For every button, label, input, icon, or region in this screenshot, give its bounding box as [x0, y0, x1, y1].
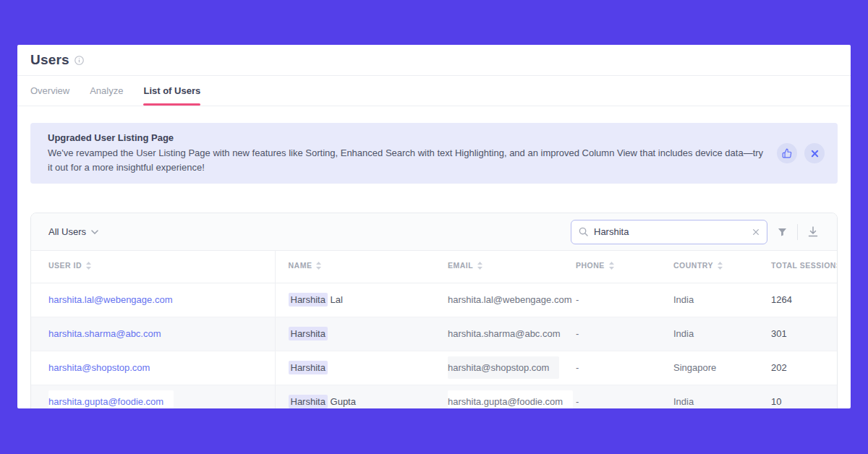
user-id-link[interactable]: harshita.lal@webengage.com [48, 294, 172, 305]
column-header-user-id[interactable]: USER ID [31, 251, 275, 283]
total-sessions-cell: 1264 [771, 283, 837, 317]
email-cell: harshita.sharma@abc.com [434, 317, 576, 351]
column-header-country[interactable]: COUNTRY [673, 251, 771, 283]
total-sessions-cell: 202 [771, 351, 837, 385]
tab-overview-label: Overview [30, 85, 69, 96]
users-table-panel: All Users [30, 213, 838, 408]
sort-icon [315, 261, 322, 272]
table-toolbar: All Users [31, 213, 837, 251]
chevron-down-icon [91, 230, 98, 234]
page-header: Users [17, 45, 851, 76]
user-id-link[interactable]: harshita.gupta@foodie.com [48, 396, 163, 407]
clear-search-icon[interactable] [752, 228, 760, 236]
search-highlight: Harshita [289, 327, 328, 340]
user-id-link[interactable]: harshita.sharma@abc.com [48, 328, 161, 339]
tab-list-of-users-label: List of Users [143, 85, 200, 96]
thumbs-up-icon [782, 148, 792, 158]
name-cell: Harshita [275, 351, 434, 385]
users-page-card: Users Overview Analyze List of Users Upg… [17, 45, 851, 408]
search-icon [579, 227, 588, 236]
search-highlight: Harshita [289, 293, 328, 307]
search-highlight: Harshita [289, 361, 328, 374]
search-highlight: Harshita [289, 395, 328, 408]
table-row: harshita.lal@webengage.com Harshita Lal … [31, 283, 837, 317]
user-id-patch: harshita.gupta@foodie.com [48, 390, 174, 408]
email-value: harshita@shopstop.com [448, 356, 559, 379]
filter-button[interactable] [773, 223, 791, 241]
email-cell: harshita.lal@webengage.com [434, 283, 576, 317]
phone-cell: - [576, 317, 673, 351]
search-input[interactable] [594, 226, 746, 237]
email-value: harshita.gupta@foodie.com [448, 390, 573, 408]
table-row: harshita.gupta@foodie.com Harshita Gupta… [31, 385, 837, 408]
sort-icon [85, 261, 92, 272]
country-cell: Singapore [673, 351, 771, 385]
segment-dropdown[interactable]: All Users [48, 226, 98, 237]
name-rest: Lal [328, 294, 343, 305]
phone-cell: - [576, 283, 673, 317]
name-cell: Harshita Gupta [275, 385, 434, 408]
close-icon [811, 150, 819, 158]
column-label: EMAIL [448, 261, 473, 270]
tab-analyze[interactable]: Analyze [90, 76, 123, 106]
phone-cell: - [576, 351, 673, 385]
info-icon[interactable] [75, 56, 84, 65]
sort-icon [477, 261, 483, 272]
total-sessions-cell: 10 [771, 385, 837, 408]
table-row: harshita.sharma@abc.com Harshita harshit… [31, 317, 837, 351]
banner-close-button[interactable] [804, 143, 825, 163]
column-header-phone[interactable]: PHONE [576, 251, 673, 283]
country-cell: India [673, 317, 771, 351]
column-label: COUNTRY [673, 261, 713, 270]
country-cell: India [673, 385, 771, 408]
column-header-name[interactable]: NAME [275, 251, 434, 283]
tab-analyze-label: Analyze [90, 85, 123, 96]
sort-icon [717, 261, 723, 272]
banner-message: We've revamped the User Listing Page wit… [48, 146, 765, 174]
name-cell: Harshita [275, 317, 434, 351]
tab-list-of-users[interactable]: List of Users [143, 76, 200, 106]
phone-cell: - [576, 385, 673, 408]
banner-actions [777, 143, 825, 163]
email-cell: harshita.gupta@foodie.com [434, 385, 576, 408]
download-button[interactable] [804, 222, 822, 241]
name-rest: Gupta [328, 396, 356, 407]
table-header-row: USER ID NAME EMAIL PHONE COUNTRY [31, 251, 837, 283]
announcement-banner: Upgraded User Listing Page We've revampe… [30, 123, 838, 184]
user-id-link[interactable]: harshita@shopstop.com [48, 362, 150, 373]
search-box [571, 220, 767, 244]
column-header-email[interactable]: EMAIL [434, 251, 576, 283]
column-label: TOTAL SESSIONS [771, 261, 838, 270]
banner-text-block: Upgraded User Listing Page We've revampe… [48, 132, 765, 174]
download-icon [808, 226, 818, 237]
name-cell: Harshita Lal [275, 283, 434, 317]
thumbs-up-button[interactable] [777, 143, 797, 163]
total-sessions-cell: 301 [771, 317, 837, 351]
tab-bar: Overview Analyze List of Users [17, 76, 851, 106]
users-table: USER ID NAME EMAIL PHONE COUNTRY [31, 251, 837, 408]
column-label: NAME [289, 261, 312, 270]
page-title: Users [30, 52, 69, 68]
table-row: harshita@shopstop.com Harshita harshita@… [31, 351, 837, 385]
toolbar-divider [797, 224, 798, 240]
sort-icon [608, 261, 615, 272]
email-cell: harshita@shopstop.com [434, 351, 576, 385]
country-cell: India [673, 283, 771, 317]
segment-dropdown-label: All Users [48, 226, 86, 237]
column-label: PHONE [576, 261, 605, 270]
toolbar-right [571, 220, 822, 244]
filter-icon [778, 228, 787, 236]
column-label: USER ID [48, 261, 82, 270]
tab-overview[interactable]: Overview [30, 76, 69, 106]
column-header-total-sessions[interactable]: TOTAL SESSIONS [771, 251, 837, 283]
banner-title: Upgraded User Listing Page [48, 132, 765, 143]
